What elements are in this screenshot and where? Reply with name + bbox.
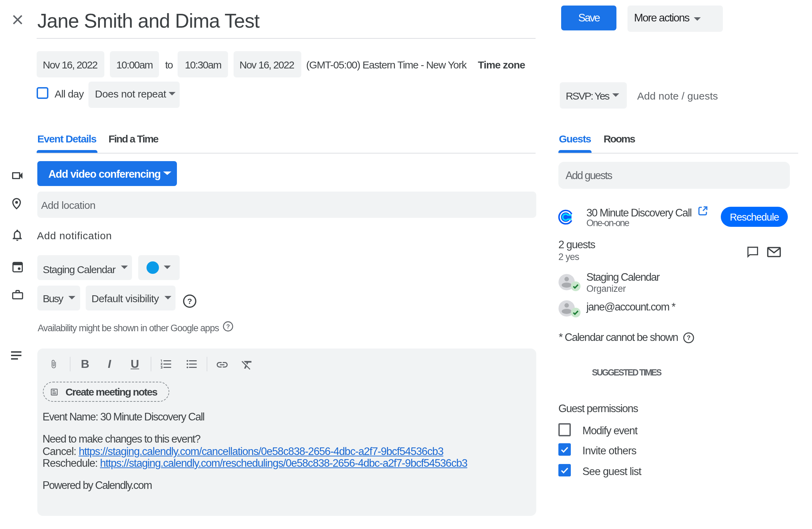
svg-text:?: ? xyxy=(687,334,690,341)
svg-text:?: ? xyxy=(187,297,192,306)
svg-text:?: ? xyxy=(226,323,230,330)
